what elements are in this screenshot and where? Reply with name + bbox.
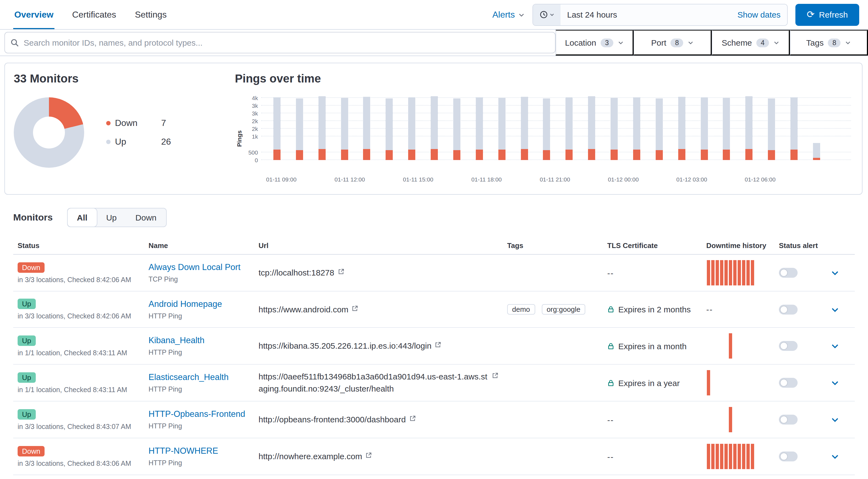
tags-cell: demo org:google <box>503 299 603 320</box>
x-tick-label: 01-12 06:00 <box>745 176 776 183</box>
search-input[interactable] <box>24 38 550 47</box>
monitor-link[interactable]: Elasticsearch_Health <box>149 372 228 382</box>
status-badge: Up <box>18 299 35 309</box>
status-alert-toggle[interactable] <box>779 305 798 314</box>
expand-cell <box>824 334 844 358</box>
external-link-icon[interactable] <box>352 305 359 312</box>
downtime-bar <box>729 444 732 469</box>
expand-row-button[interactable] <box>828 413 842 426</box>
monitor-url[interactable]: http://nowhere.example.com <box>258 450 362 462</box>
status-badge: Up <box>18 335 35 346</box>
ping-bar-slot <box>715 93 738 160</box>
chevron-down-icon <box>831 452 839 461</box>
tag-badge[interactable]: org:google <box>541 304 585 315</box>
monitor-link[interactable]: HTTP-Opbeans-Frontend <box>149 409 245 418</box>
ping-bar <box>453 93 460 160</box>
date-range-display[interactable]: Last 24 hours Show dates <box>560 4 787 25</box>
col-downtime: Downtime history <box>702 237 774 254</box>
refresh-button[interactable]: ⟳ Refresh <box>796 4 859 26</box>
ping-bar <box>273 93 281 160</box>
monitor-link[interactable]: Android Homepage <box>149 299 222 308</box>
view-down-button[interactable]: Down <box>126 209 166 227</box>
tag-badge[interactable]: demo <box>507 304 535 315</box>
tab-certificates[interactable]: Certificates <box>71 0 117 29</box>
status-alert-cell <box>774 262 824 283</box>
external-link-icon[interactable] <box>492 373 498 379</box>
monitor-link[interactable]: Kibana_Health <box>149 336 204 345</box>
status-alert-toggle[interactable] <box>779 451 798 461</box>
status-cell: Up in 3/3 locations, Checked 8:42:06 AM <box>13 293 144 326</box>
ping-bar <box>678 93 685 160</box>
ping-bar-down-segment <box>678 149 685 160</box>
ping-bar-slot <box>738 93 761 160</box>
monitor-link[interactable]: Always Down Local Port <box>149 262 240 272</box>
ping-bar-slot <box>355 93 378 160</box>
filter-tags[interactable]: Tags 8 <box>790 30 868 56</box>
ping-bar-up-segment <box>768 98 775 150</box>
downtime-bar <box>746 444 749 469</box>
filter-port[interactable]: Port 8 <box>634 30 712 56</box>
alerts-menu-button[interactable]: Alerts <box>492 10 525 20</box>
monitor-url[interactable]: https://kibana.35.205.226.121.ip.es.io:4… <box>258 340 432 352</box>
ping-bar <box>813 93 820 160</box>
ping-bar <box>723 93 730 160</box>
status-alert-toggle[interactable] <box>779 415 798 424</box>
toggle-knob <box>780 269 788 277</box>
legend-down-label: Down <box>115 118 150 128</box>
tab-overview[interactable]: Overview <box>13 0 55 29</box>
filter-tags-label: Tags <box>806 38 824 47</box>
downtime-gap <box>711 333 714 358</box>
monitor-url[interactable]: https://www.android.com <box>258 303 348 315</box>
ping-bar-slot <box>401 93 423 160</box>
show-dates-link[interactable]: Show dates <box>737 10 780 19</box>
monitor-link[interactable]: HTTP-NOWHERE <box>149 446 218 455</box>
monitors-donut <box>14 97 84 168</box>
downtime-bar <box>707 370 710 395</box>
status-alert-toggle[interactable] <box>779 378 798 388</box>
expand-row-button[interactable] <box>828 339 842 353</box>
downtime-gap <box>742 370 745 395</box>
status-alert-toggle[interactable] <box>779 341 798 351</box>
downtime-bar <box>751 444 754 469</box>
ping-type: HTTP Ping <box>149 459 250 467</box>
view-all-button[interactable]: All <box>68 209 97 227</box>
ping-bar-slot <box>805 93 828 160</box>
external-link-icon[interactable] <box>338 268 344 275</box>
status-alert-toggle[interactable] <box>779 268 798 278</box>
ping-bar-slot <box>693 93 715 160</box>
downtime-gap <box>733 333 736 358</box>
tab-settings[interactable]: Settings <box>134 0 168 29</box>
quick-select-button[interactable] <box>533 4 560 25</box>
url-cell: https://0aeef511fb134968b1a3a60d1a901d94… <box>254 365 503 401</box>
downtime-bar <box>742 260 745 285</box>
filter-location[interactable]: Location 3 <box>556 30 634 56</box>
external-link-icon[interactable] <box>435 342 441 348</box>
downtime-cell <box>702 328 774 364</box>
name-cell: Android Homepage HTTP Ping <box>144 293 254 325</box>
col-url: Url <box>254 237 503 254</box>
legend-up-value: 26 <box>161 137 171 147</box>
external-link-icon[interactable] <box>409 415 415 422</box>
monitor-url[interactable]: http://opbeans-frontend:3000/dashboard <box>258 414 406 426</box>
monitor-url[interactable]: tcp://localhost:18278 <box>258 267 334 279</box>
table-row: Up in 1/1 location, Checked 8:43:11 AM K… <box>13 328 855 364</box>
monitor-url[interactable]: https://0aeef511fb134968b1a3a60d1a901d94… <box>258 371 489 395</box>
downtime-gap <box>742 407 745 432</box>
downtime-gap <box>724 333 727 358</box>
ping-bar-slot <box>333 93 355 160</box>
ping-bar <box>746 93 753 160</box>
tls-empty: -- <box>607 452 614 461</box>
view-up-button[interactable]: Up <box>97 209 126 227</box>
expand-row-button[interactable] <box>828 450 842 463</box>
ping-bar-slot <box>581 93 603 160</box>
table-row: Down in 3/3 locations, Checked 8:43:06 A… <box>13 438 855 475</box>
expand-row-button[interactable] <box>828 266 842 279</box>
expand-row-button[interactable] <box>828 376 842 389</box>
expand-row-button[interactable] <box>828 303 842 316</box>
ping-bar-up-segment <box>476 97 483 149</box>
status-alert-cell <box>774 446 824 467</box>
toggle-knob <box>780 416 788 423</box>
pings-xaxis: 01-11 09:0001-11 12:0001-11 15:0001-11 1… <box>261 172 851 184</box>
filter-scheme[interactable]: Scheme 4 <box>712 30 790 56</box>
external-link-icon[interactable] <box>366 452 372 459</box>
